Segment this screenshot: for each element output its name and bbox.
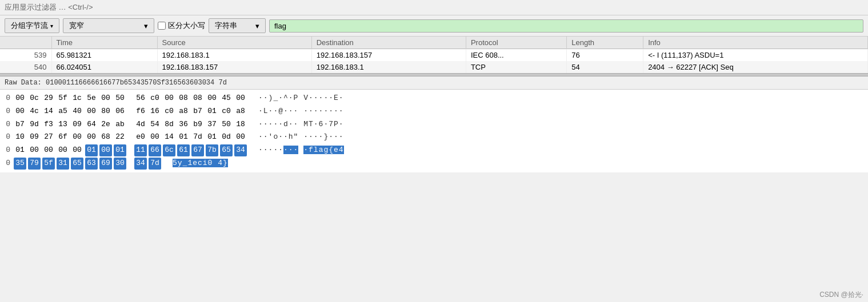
case-sensitive-checkbox[interactable] (158, 22, 166, 30)
col-protocol: Protocol (466, 37, 566, 49)
hex-byte: 7b (206, 144, 218, 156)
hex-byte: 16 (149, 106, 161, 118)
hex-row: 0004c14a540008006f616c0a8b701c0a8·L··@··… (0, 105, 868, 118)
hex-byte: 45 (220, 92, 233, 104)
col-source: Source (157, 37, 311, 49)
cell-1: 66.024051 (51, 61, 157, 73)
hex-row: 035795f3165636930347d5y_1eci0 4} (0, 157, 868, 170)
hex-byte: 00 (163, 92, 175, 104)
hex-byte: 00 (71, 144, 83, 156)
hex-bytes: 35795f3165636930347d (14, 158, 161, 170)
hex-byte: ab (114, 119, 126, 131)
hex-byte: 5f (57, 92, 69, 104)
toolbar: 分组字节流 ▾ 宽窄 ▾ 区分大小写 字符串 ▾ (0, 15, 868, 37)
hex-byte: f6 (134, 106, 147, 118)
hex-byte: 65 (71, 158, 83, 170)
cell-3: 192.168.183.1 (311, 61, 466, 73)
cell-5: 76 (567, 49, 643, 62)
hex-ascii: ··)_·^·P V·····E· (258, 92, 344, 104)
col-destination: Destination (311, 37, 466, 49)
search-input[interactable] (269, 19, 863, 33)
hex-byte: 29 (42, 92, 55, 104)
hex-byte: 1c (71, 92, 83, 104)
hex-row: 0010000000001000111666c61677b6534·······… (0, 144, 868, 157)
hex-offset: 0 (0, 131, 10, 143)
hex-row: 0000c295f1c5e005056c0000808004500··)_·^·… (0, 92, 868, 105)
hex-byte: c0 (220, 106, 233, 118)
encoding-select[interactable]: 宽窄 ▾ (63, 18, 154, 33)
hex-byte: 66 (149, 144, 161, 156)
hex-byte: 01 (14, 144, 26, 156)
hex-byte: 56 (134, 92, 147, 104)
cell-6: <- I (111,137) ASDU=1 (643, 49, 868, 62)
hex-byte: 5e (85, 92, 98, 104)
col-no (0, 37, 51, 49)
hex-byte: 30 (114, 158, 126, 170)
hex-byte: a5 (57, 106, 69, 118)
hex-byte: c0 (149, 92, 161, 104)
hex-offset: 0 (0, 106, 10, 118)
hex-byte: 6c (163, 144, 175, 156)
table-header-row: Time Source Destination Protocol Length … (0, 37, 868, 49)
hex-offset: 0 (0, 158, 10, 170)
cell-6: 2404 → 62227 [ACK] Seq (643, 61, 868, 73)
hex-byte: 00 (85, 131, 98, 143)
hex-byte: 7d (191, 131, 204, 143)
hex-byte: 00 (234, 92, 247, 104)
hex-byte: 00 (57, 144, 69, 156)
encoding-label: 宽窄 (69, 21, 84, 31)
hex-byte: 18 (234, 119, 247, 131)
hex-row: 01009276f00006822e00014017d010d00··'o··h… (0, 131, 868, 144)
hex-byte: 22 (114, 131, 126, 143)
hex-dump: 0000c295f1c5e005056c0000808004500··)_·^·… (0, 90, 868, 172)
encoding-arrow-icon: ▾ (144, 22, 148, 30)
table-row[interactable]: 54066.024051192.168.183.157192.168.183.1… (0, 61, 868, 73)
byte-stream-button[interactable]: 分组字节流 ▾ (5, 18, 59, 33)
case-sensitive-group: 区分大小写 (158, 21, 205, 31)
hex-byte: 01 (177, 131, 190, 143)
hex-byte: 00 (14, 92, 26, 104)
hex-byte: b7 (191, 106, 204, 118)
hex-bytes: 010000000001000111666c61677b6534 (14, 144, 247, 156)
hex-byte: 00 (28, 144, 41, 156)
hex-bytes: 1009276f00006822e00014017d010d00 (14, 131, 247, 143)
hex-byte: 8d (163, 119, 175, 131)
filter-placeholder: 应用显示过滤器 … <Ctrl-/> (5, 3, 93, 11)
byte-stream-arrow-icon: ▾ (50, 23, 53, 29)
hex-byte: 06 (114, 106, 126, 118)
hex-byte: 4c (28, 106, 41, 118)
hex-byte: 01 (206, 131, 218, 143)
raw-data-header: Raw Data: 010001116666616677b65343570Sf3… (0, 76, 868, 90)
cell-0: 539 (0, 49, 51, 62)
case-sensitive-label: 区分大小写 (168, 21, 205, 31)
cell-0: 540 (0, 61, 51, 73)
col-info: Info (643, 37, 868, 49)
string-type-select[interactable]: 字符串 ▾ (209, 18, 266, 33)
hex-byte: e0 (134, 131, 147, 143)
hex-byte: 4d (134, 119, 147, 131)
hex-byte: 36 (177, 119, 190, 131)
hex-byte: 00 (42, 144, 55, 156)
hex-byte: 0d (220, 131, 233, 143)
hex-byte: 10 (14, 131, 26, 143)
hex-byte: 50 (220, 119, 233, 131)
hex-byte: a8 (177, 106, 190, 118)
table-row[interactable]: 53965.981321192.168.183.1192.168.183.157… (0, 49, 868, 62)
hex-byte: 01 (85, 144, 98, 156)
hex-byte: f3 (42, 119, 55, 131)
cell-4: TCP (466, 61, 566, 73)
hex-byte: 00 (99, 92, 112, 104)
hex-byte: 08 (191, 92, 204, 104)
hex-ascii: 5y_1eci0 4} (173, 158, 228, 170)
hex-ascii: ··'o··h" ····}··· (258, 131, 344, 143)
hex-byte: 11 (134, 144, 147, 156)
hex-byte: 00 (149, 131, 161, 143)
hex-byte: 14 (42, 106, 55, 118)
hex-ascii: ·····d·· MT·6·7P· (258, 119, 344, 131)
hex-byte: 67 (191, 144, 204, 156)
hex-byte: 27 (42, 131, 55, 143)
hex-byte: c0 (163, 106, 175, 118)
hex-byte: 35 (14, 158, 26, 170)
hex-byte: 64 (85, 119, 98, 131)
hex-byte: 0c (28, 92, 41, 104)
